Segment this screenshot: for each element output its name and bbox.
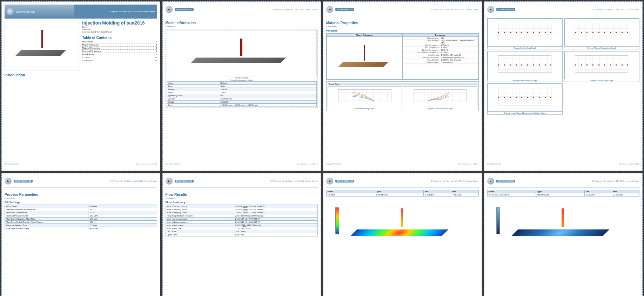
report-page-2: ▶ 3DEXPERIENCE 175 Wyman St, Waltham, MA… [162,1,321,171]
color-legend [496,207,500,234]
cell-name: Fill Time [327,193,375,197]
table-row: Size120.00 (mm) x 60.00 (mm) x 58.00 (mm… [167,104,317,107]
table-row: X-dir. Clamping Force0.1769 Tonne (0.195… [166,205,318,208]
property-row: Material Name :ABS [403,37,478,40]
table-row: Max. bulk temperature241.0886 °C (466.00… [166,221,318,224]
flow-summary-subtitle: Flow Summary [166,201,318,204]
section-title: Material Properties [326,21,479,25]
process-params-table: Filling Time4.56 secMain Material Melt T… [5,205,157,230]
table-row: NameDefault [167,82,317,85]
report-page-1: ▶ 3DEXPERIENCE 175 Wyman St, Waltham, MA… [1,1,160,171]
logo-icon: ▶ [5,178,12,185]
flow-summary-table: X-dir. Clamping Force0.1769 Tonne (0.195… [166,205,318,236]
property-row: Mold Temperature :50.00 °C [403,47,478,49]
property-row: Poisson's Ratio :3.900000e-001 [403,61,478,64]
property-row: Young Modulus :2.350000e+010 dyne/cm2 [403,59,478,61]
logo-icon: ▶ [487,178,494,185]
property-row: Ejection Temperature :90.00 °C [403,49,478,51]
comments-label: Comments: [166,26,318,28]
page-header: ▶ 3DEXPERIENCE 175 Wyman St, Waltham, MA… [326,5,479,16]
page-footer: SOLIDWORKS Simulation of test2016 [487,160,640,168]
table-row: Max. shear stress0.7697 MPa (112.0000 ps… [166,224,318,227]
table-row: Flow/Pack Switch Point in Filled Volume1… [5,221,157,224]
table-row: Requiring injection pressure22.9333 MPa … [166,214,318,218]
table-row: Total Time in Pack Stage43.61 sec [5,227,157,230]
cell-type: Flow Results [375,193,424,197]
meta-row: Date: [82,26,157,28]
table-row: Pressure at End of Fill Flow Results 0.1… [487,193,639,197]
page-header: ▶ 3DEXPERIENCE 175 Wyman St, Waltham, MA… [166,5,318,16]
toc-entry[interactable]: Material Properties3 [82,47,157,50]
thermal-conductivity-graph [564,19,639,47]
col-name: Name [487,190,536,193]
table-row: Mold Wall Temperature50 °C [5,211,157,214]
report-page-3: ▶ 3DEXPERIENCE 175 Wyman St, Waltham, MA… [323,1,482,171]
toc-title: Table of Contents [82,36,157,40]
section-title: Process Parameters [5,193,157,197]
specific-heat-graph [488,19,562,47]
table-row: Z-dir. Clamping Force1.1085 Tonne (1.220… [166,211,318,214]
toc-entry[interactable]: Process Parameters5 [82,50,157,53]
brand-badge: 3DEXPERIENCE [175,8,194,11]
logo-icon: ▶ [166,6,173,13]
report-page-4: ▶ 3DEXPERIENCE 175 Wyman St, Waltham, MA… [484,1,643,171]
page-header: ▶ 3DEXPERIENCE 175 Wyman St, Waltham, MA… [166,176,318,188]
footer-caption: Simulation of test2016 [136,163,157,165]
toc-entry[interactable]: Introduction1 [82,40,157,43]
viscosity-graph [328,86,402,107]
property-row: Specific Heat :2.400000e+007 erg/(g·C) [403,54,478,56]
result-header-table: Name Type Min Max Fill Time Flow Results… [326,190,479,197]
address-text: 175 Wyman St, Waltham, MA 02451, United … [107,11,155,13]
linear-thermal-expansion-graph [488,84,562,112]
cell-name: Pressure at End of Fill [487,193,536,197]
model-name-caption: Name: test2016 [167,77,317,79]
model-info-table: NameDefaultTypeSolidElement245806Node783… [167,81,317,107]
model-ref-header: Model Reference [327,33,402,37]
cell-min: 0.100000 [584,193,612,197]
table-row: Max. real temperature241.6637 °C (467.00… [166,218,318,221]
model-thumbnail [5,21,80,70]
cell-min: 0.001250 [424,193,451,197]
cell-type: Flow Results [536,193,585,197]
table-row: Cycle Time:53.81 sec [166,233,318,236]
polymer-subtitle: Polymer [326,29,479,32]
table-row: Main Material Melt Temperature230 °C [5,208,157,211]
table-row: Pressure Holding Time7.13 sec [5,224,157,227]
table-row: Symmetry FaceNo [167,94,317,97]
table-row: Weight32.18 (G) [167,101,317,104]
col-type: Type [536,190,585,193]
toc-entry[interactable]: X-Y Plot26 [82,56,157,59]
result-header-table: Name Type Min Max Pressure at End of Fil… [487,190,640,197]
table-row: Node78377 [167,91,317,94]
toc-entry[interactable]: Conclusion31 [82,59,157,62]
page-header: ▶ 3DEXPERIENCE 175 Wyman St, Waltham, MA… [5,5,157,19]
table-row: Filling Time4.56 sec [5,205,157,208]
section-title: Flow Results [166,193,318,197]
footer-brand: SOLIDWORKS [5,163,19,165]
toc-entry[interactable]: Model Information2 [82,43,157,47]
property-row: Thermal Conductivity :1.800000e+004 erg/… [403,56,478,59]
pressure-render [487,198,640,250]
toc-entry[interactable]: Flow Results6 [82,53,157,56]
page-grid: ▶ 3DEXPERIENCE 175 Wyman St, Waltham, MA… [0,0,644,296]
property-row: Melt Temperature :230.00 °C [403,44,478,47]
table-row: Volume29.20 (cm3) [167,97,317,101]
col-max: Max [612,190,639,193]
graph-row-2: Polymer Elastic-Modulus Graph Polymer Po… [487,51,640,82]
cell-max: 22.933250 [612,193,639,197]
logo-icon: ▶ [7,8,14,15]
property-row: Product Name :"(P) Generic material / Ge… [403,40,478,44]
material-properties-list: Material Name :ABSProduct Name :"(P) Gen… [402,37,478,80]
page-header: ▶ 3DEXPERIENCE 175 Wyman St, Waltham, MA… [487,176,640,188]
table-row: TypeSolid [167,85,317,88]
property-row: Glass Transition Temperature :100.00 °C [403,51,478,54]
cell-max: 4.902696 [451,193,478,197]
page-header: ▶ 3DEXPERIENCE 175 Wyman St, Waltham, MA… [487,5,640,16]
color-legend [335,207,339,234]
page-footer: SOLIDWORKS Simulation of test2016 [5,160,157,168]
introduction-title: Introduction [5,73,157,77]
meta-row: Analysis: Solid/ Full Solid Model [82,31,157,33]
col-type: Type [375,190,424,193]
report-page-8: ▶ 3DEXPERIENCE 175 Wyman St, Waltham, MA… [484,173,643,296]
curve-data-box: Curve Data: Polymer Viscosity Graph [326,81,479,111]
